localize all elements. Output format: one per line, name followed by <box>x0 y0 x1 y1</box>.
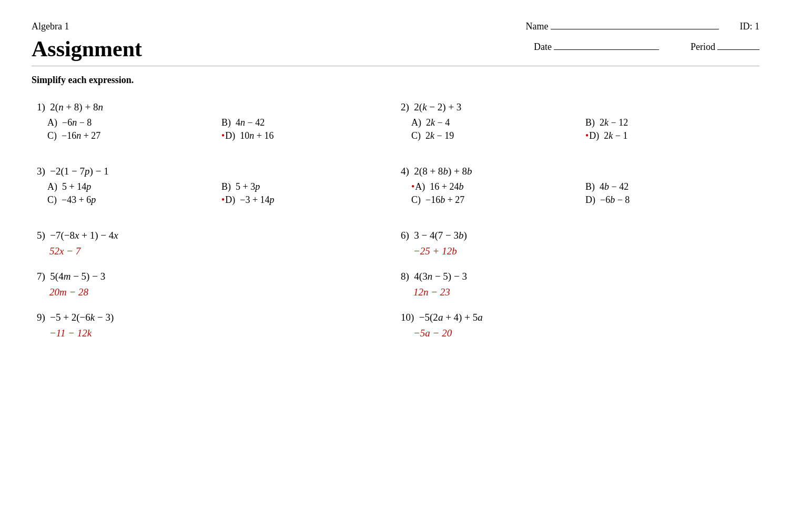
date-underline <box>554 49 659 50</box>
choice-4c: C) −16b + 27 <box>411 195 575 206</box>
choice-3b: B) 5 + 3p <box>221 181 385 192</box>
problem-7-question: 7) 5(4m − 5) − 3 <box>37 271 385 282</box>
problem-8-question: 8) 4(3n − 5) − 3 <box>401 271 749 282</box>
problem-6-question: 6) 3 − 4(7 − 3b) <box>401 230 749 241</box>
problem-6: 6) 3 − 4(7 − 3b) −25 + 12b <box>396 224 759 265</box>
header: Algebra 1 Name ID: 1 <box>32 21 759 32</box>
choice-3a: A) 5 + 14p <box>47 181 211 192</box>
problem-4-question: 4) 2(8 + 8b) + 8b <box>401 166 749 177</box>
choice-4b: B) 4b − 42 <box>585 181 749 192</box>
problem-2-choices: A) 2k − 4 B) 2k − 12 C) 2k − 19 •D) 2k −… <box>401 117 749 141</box>
name-field: Name <box>526 21 719 32</box>
id-label: ID: 1 <box>740 21 760 32</box>
problems-grid: 1) 2(n + 8) + 8n A) −6n − 8 B) 4n − 42 C… <box>32 96 759 347</box>
choice-1c: C) −16n + 27 <box>47 130 211 141</box>
choice-2b: B) 2k − 12 <box>585 117 749 128</box>
course-label: Algebra 1 <box>32 21 69 32</box>
name-underline <box>551 29 719 29</box>
problem-7-answer: 20m − 28 <box>37 287 385 298</box>
divider <box>32 66 759 66</box>
date-period-row: Date Period <box>534 42 759 53</box>
title-row: Assignment Date Period <box>32 36 759 62</box>
date-label: Date <box>534 42 552 53</box>
problem-3-question: 3) −2(1 − 7p) − 1 <box>37 166 385 177</box>
problem-7: 7) 5(4m − 5) − 3 20m − 28 <box>32 265 396 306</box>
period-underline <box>717 49 759 50</box>
choice-3d: •D) −3 + 14p <box>221 195 385 206</box>
choice-3c: C) −43 + 6p <box>47 195 211 206</box>
problem-2-question: 2) 2(k − 2) + 3 <box>401 101 749 113</box>
problem-9: 9) −5 + 2(−6k − 3) −11 − 12k <box>32 306 396 347</box>
choice-1a: A) −6n − 8 <box>47 117 211 128</box>
name-label: Name <box>526 21 549 32</box>
problem-3-choices: A) 5 + 14p B) 5 + 3p C) −43 + 6p •D) −3 … <box>37 181 385 206</box>
date-field: Date <box>534 42 659 53</box>
problem-3: 3) −2(1 − 7p) − 1 A) 5 + 14p B) 5 + 3p C… <box>32 160 396 214</box>
instructions: Simplify each expression. <box>32 75 759 86</box>
problem-2: 2) 2(k − 2) + 3 A) 2k − 4 B) 2k − 12 C) … <box>396 96 759 150</box>
problem-4-choices: •A) 16 + 24b B) 4b − 42 C) −16b + 27 D) … <box>401 181 749 206</box>
problem-9-question: 9) −5 + 2(−6k − 3) <box>37 312 385 323</box>
problem-9-answer: −11 − 12k <box>37 328 385 339</box>
problem-8-answer: 12n − 23 <box>401 287 749 298</box>
choice-2c: C) 2k − 19 <box>411 130 575 141</box>
problem-10: 10) −5(2a + 4) + 5a −5a − 20 <box>396 306 759 347</box>
header-right: Name ID: 1 <box>526 21 759 32</box>
assignment-title: Assignment <box>32 36 142 62</box>
problem-4: 4) 2(8 + 8b) + 8b •A) 16 + 24b B) 4b − 4… <box>396 160 759 214</box>
period-field: Period <box>691 42 759 53</box>
problem-6-answer: −25 + 12b <box>401 245 749 257</box>
choice-1d: •D) 10n + 16 <box>221 130 385 141</box>
choice-1b: B) 4n − 42 <box>221 117 385 128</box>
problem-1-choices: A) −6n − 8 B) 4n − 42 C) −16n + 27 •D) 1… <box>37 117 385 141</box>
choice-2a: A) 2k − 4 <box>411 117 575 128</box>
problem-1-question: 1) 2(n + 8) + 8n <box>37 101 385 113</box>
problem-1: 1) 2(n + 8) + 8n A) −6n − 8 B) 4n − 42 C… <box>32 96 396 150</box>
choice-2d: •D) 2k − 1 <box>585 130 749 141</box>
problem-10-answer: −5a − 20 <box>401 328 749 339</box>
choice-4d: D) −6b − 8 <box>585 195 749 206</box>
problem-10-question: 10) −5(2a + 4) + 5a <box>401 312 749 323</box>
problem-8: 8) 4(3n − 5) − 3 12n − 23 <box>396 265 759 306</box>
problem-5-answer: 52x − 7 <box>37 245 385 257</box>
choice-4a: •A) 16 + 24b <box>411 181 575 192</box>
period-label: Period <box>691 42 715 53</box>
problem-5-question: 5) −7(−8x + 1) − 4x <box>37 230 385 241</box>
problem-5: 5) −7(−8x + 1) − 4x 52x − 7 <box>32 224 396 265</box>
